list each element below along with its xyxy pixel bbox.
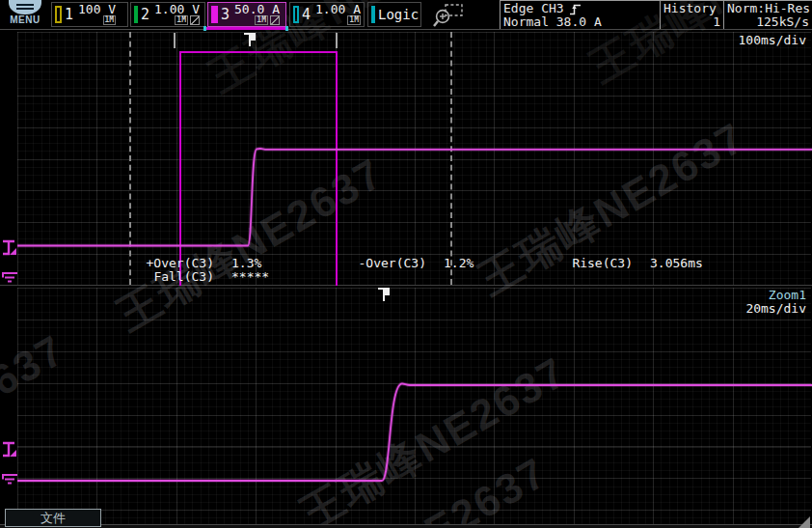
channel-3-block[interactable]: 3 50.0 A 1M — [207, 2, 286, 27]
magnifier-zoom-icon — [432, 3, 465, 27]
zoom-region-box-right-edge[interactable] — [336, 51, 338, 286]
trigger-position-marker[interactable] — [244, 33, 257, 48]
probe-attenuation-icon — [270, 15, 280, 25]
menu-label: MENU — [4, 14, 46, 25]
rising-edge-icon — [569, 3, 582, 15]
zoom-timebase-label: 20ms/div — [745, 301, 806, 316]
acquisition-block[interactable]: Norm:Hi-Res 125kS/s — [723, 0, 812, 29]
channel-2-scale: 1.00 V — [154, 4, 200, 14]
measurement-fall: Fall(C3) ***** — [123, 269, 269, 284]
history-block[interactable]: History 1 — [660, 0, 723, 29]
top-toolbar: MENU 1 100 V 1M 2 1.00 V 1M — [0, 0, 812, 29]
oscilloscope-screen: 王瑞峰NE2637 王瑞峰NE2637 王瑞峰NE2637 王瑞峰NE2637 … — [0, 0, 812, 528]
logic-color-marker — [371, 6, 375, 23]
logic-channel-block[interactable]: Logic — [367, 2, 421, 27]
zoom-region-box-left-edge[interactable] — [179, 51, 181, 286]
corner-grip-icon — [798, 516, 810, 528]
menu-button[interactable]: MENU — [4, 0, 46, 29]
channel-1-scale: 100 V — [78, 4, 116, 14]
channel-1-color-marker — [55, 6, 62, 23]
measure-gate-cursor-right[interactable] — [450, 32, 452, 285]
zoom-trigger-position-marker[interactable] — [378, 288, 392, 303]
acquisition-mode: Norm:Hi-Res — [727, 2, 809, 15]
channel-2-number: 2 — [141, 6, 149, 23]
trigger-mode-level: Normal 38.0 A — [503, 15, 657, 29]
zoom-search-button[interactable] — [432, 3, 465, 27]
channel-3-number: 3 — [221, 6, 230, 23]
trigger-level-marker[interactable] — [1, 239, 17, 257]
channel-1-number: 1 — [65, 6, 73, 23]
zoom-region-box-top — [179, 51, 338, 53]
channel-4-scale: 1.00 A — [315, 4, 361, 14]
history-value: 1 — [663, 15, 720, 29]
trigger-source: Edge CH3 — [503, 2, 564, 15]
main-waveform-window: 100ms/div — [0, 29, 812, 285]
zoom1-waveform-window: Zoom1 20ms/div — [0, 285, 812, 528]
zoom-trigger-level-marker[interactable] — [1, 441, 17, 459]
channel-3-ground-marker[interactable] — [1, 267, 18, 285]
graticule-grid — [17, 32, 811, 285]
channel-1-block[interactable]: 1 100 V 1M — [51, 2, 128, 27]
zoom-channel-3-ground-marker[interactable] — [1, 469, 18, 486]
measurement-rise: Rise(C3) 3.056ms — [550, 256, 703, 270]
trigger-settings-block[interactable]: Edge CH3 Normal 38.0 A — [500, 0, 660, 29]
measurement-nover: -Over(C3) 1.2% — [336, 256, 474, 270]
probe-attenuation-icon — [190, 15, 200, 25]
main-timebase-label: 100ms/div — [739, 33, 806, 47]
position-bar-left-cap — [203, 26, 206, 31]
channel-3-color-marker — [211, 6, 218, 23]
logic-label: Logic — [378, 7, 419, 22]
impedance-1m-icon: 1M — [103, 15, 117, 25]
hamburger-icon — [9, 0, 41, 14]
history-label: History — [663, 2, 720, 15]
measurement-pover: +Over(C3) 1.3% — [123, 256, 261, 270]
zoom-region-right-tick — [336, 33, 338, 48]
zoom-region-left-tick — [174, 33, 176, 48]
graticule-grid — [17, 288, 811, 528]
channel-2-color-marker — [134, 6, 138, 23]
channel-2-block[interactable]: 2 1.00 V 1M — [130, 2, 205, 27]
file-button[interactable]: 文件 — [5, 509, 101, 527]
bottom-menubar-edge — [0, 524, 812, 528]
channel-4-number: 4 — [302, 6, 311, 23]
impedance-1m-icon: 1M — [347, 15, 361, 25]
position-bar-right-cap — [285, 26, 288, 31]
channel-4-block[interactable]: 4 1.00 A 1M — [289, 2, 365, 27]
sample-rate: 125kS/s — [727, 15, 809, 29]
measure-gate-cursor-left[interactable] — [129, 32, 131, 285]
channel-4-color-marker — [293, 6, 299, 23]
impedance-1m-icon: 1M — [255, 15, 268, 25]
channel-3-scale: 50.0 A — [234, 4, 280, 14]
memory-position-bar — [205, 27, 287, 30]
zoom1-label: Zoom1 — [769, 288, 806, 302]
impedance-1m-icon: 1M — [175, 15, 188, 25]
